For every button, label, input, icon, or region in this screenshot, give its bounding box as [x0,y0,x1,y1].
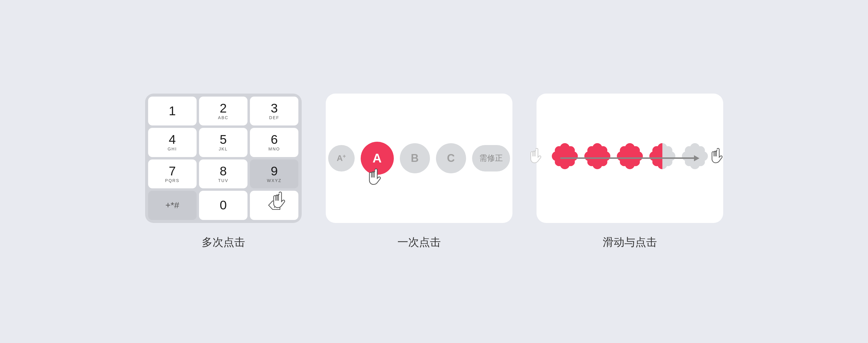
key-6[interactable]: 6 MNO [250,128,298,157]
swipe-cursor-right [711,147,730,169]
key-7[interactable]: 7 PQRS [148,160,196,188]
grade-aplus[interactable]: A+ [328,145,355,172]
key-1[interactable]: 1 [148,97,196,126]
flower-3[interactable] [616,143,643,174]
svg-point-56 [689,150,701,162]
swipe-tap-caption: 滑动与点击 [603,235,657,250]
key-3[interactable]: 3 DEF [250,97,298,126]
flower-card [536,94,723,223]
multi-tap-caption: 多次点击 [202,235,245,250]
grade-b[interactable]: B [400,143,430,173]
flower-5[interactable] [681,143,708,174]
key-star[interactable]: +*# [148,191,196,220]
svg-point-10 [559,150,571,162]
key-0[interactable]: 0 [199,191,247,220]
multi-tap-section: 1 2 ABC 3 DEF 4 GHI 5 JKL 6 MNO [145,94,302,250]
swipe-tap-section: 滑动与点击 [536,94,723,250]
key-backspace[interactable] [250,191,298,220]
keypad-grid: 1 2 ABC 3 DEF 4 GHI 5 JKL 6 MNO [148,97,299,220]
tap-cursor-grade [369,168,389,191]
key-9[interactable]: 9 WXYZ [250,160,298,188]
grade-needs-correction[interactable]: 需修正 [472,145,510,172]
flower-4[interactable] [649,143,676,174]
single-tap-caption: 一次点击 [397,235,441,250]
single-tap-section: A+ A B C 需修正 [326,94,513,250]
flower-row [551,143,708,174]
swipe-cursor-left [530,147,548,169]
grade-card: A+ A B C 需修正 [326,94,513,223]
keypad-card: 1 2 ABC 3 DEF 4 GHI 5 JKL 6 MNO [145,94,302,223]
svg-point-28 [624,150,636,162]
grade-c[interactable]: C [436,143,466,173]
key-5[interactable]: 5 JKL [199,128,247,157]
grade-picker: A+ A B C 需修正 [328,142,510,175]
key-2[interactable]: 2 ABC [199,97,247,126]
key-8[interactable]: 8 TUV [199,160,247,188]
key-4[interactable]: 4 GHI [148,128,196,157]
flower-1[interactable] [551,143,578,174]
svg-point-19 [591,150,603,162]
flower-2[interactable] [584,143,611,174]
